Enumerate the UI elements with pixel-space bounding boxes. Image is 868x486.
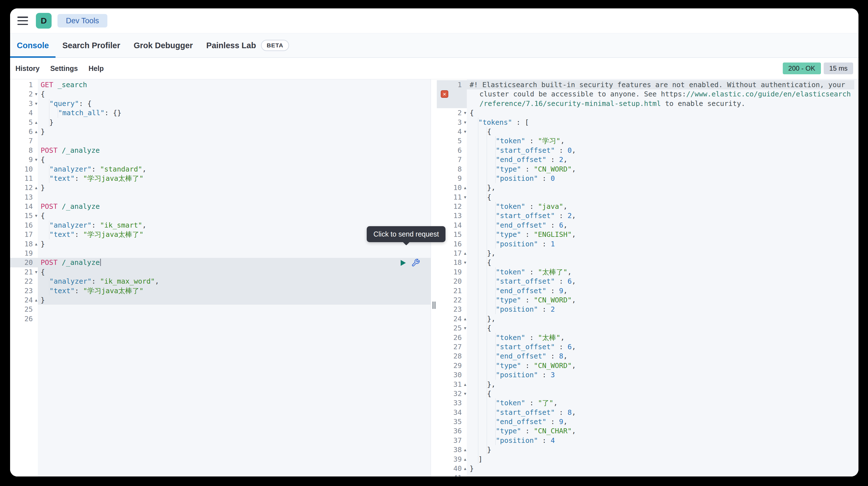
code-line[interactable]: 6▴} bbox=[10, 127, 431, 136]
line-number: 37 bbox=[437, 436, 467, 445]
code-line[interactable]: 5▴} bbox=[10, 118, 431, 127]
code-line[interactable]: 12▴} bbox=[10, 183, 431, 192]
wrench-icon bbox=[411, 258, 420, 267]
line-number: 6 bbox=[437, 146, 467, 155]
indent-guide bbox=[487, 286, 496, 295]
code-line: 39▴] bbox=[437, 455, 859, 464]
breadcrumb[interactable]: Dev Tools bbox=[58, 14, 107, 28]
tab-console[interactable]: Console bbox=[10, 33, 56, 58]
menu-icon[interactable] bbox=[18, 17, 28, 25]
code-line[interactable]: 14POST /_analyze bbox=[10, 202, 431, 211]
indent-guide bbox=[41, 108, 49, 118]
indent-guide bbox=[49, 108, 58, 118]
indent-guide bbox=[470, 417, 478, 426]
indent-guide bbox=[470, 164, 478, 174]
line-number: 17 bbox=[10, 230, 38, 239]
menu-history[interactable]: History bbox=[16, 64, 39, 73]
line-number: 23 bbox=[437, 305, 467, 314]
tab-label: Grok Debugger bbox=[134, 41, 193, 50]
menu-help[interactable]: Help bbox=[89, 64, 104, 73]
code-line[interactable]: 13 bbox=[10, 193, 431, 202]
line-number: 13 bbox=[10, 193, 38, 202]
indent-guide bbox=[478, 164, 487, 174]
code-line[interactable]: 3▾"query": { bbox=[10, 99, 431, 108]
code-line: 1#! Elasticsearch built-in security feat… bbox=[437, 80, 859, 89]
code-line: 23"position" : 2 bbox=[437, 305, 859, 314]
line-number: 12 bbox=[437, 202, 467, 211]
code-line: 22"type" : "CN_WORD", bbox=[437, 295, 859, 305]
indent-guide bbox=[487, 155, 496, 164]
line-number: 18▴ bbox=[10, 239, 38, 249]
menu-settings[interactable]: Settings bbox=[50, 64, 78, 73]
line-number: 35 bbox=[437, 417, 467, 426]
code-line[interactable]: 22"analyzer": "ik_max_word", bbox=[10, 277, 431, 286]
indent-guide bbox=[478, 398, 487, 408]
code-line[interactable]: 10"analyzer": "standard", bbox=[10, 164, 431, 174]
indent-guide bbox=[478, 239, 487, 249]
space-avatar[interactable]: D bbox=[36, 13, 52, 29]
indent-guide bbox=[470, 136, 478, 145]
code-line[interactable]: 23"text": "学习java太棒了" bbox=[10, 286, 431, 295]
code-line: cluster could be accessible to anyone. S… bbox=[437, 89, 859, 99]
code-line: 5"token" : "学习", bbox=[437, 136, 859, 145]
line-number: 18▾ bbox=[437, 258, 467, 267]
line-number: 13 bbox=[437, 211, 467, 220]
console-split-view: Click to send request 1GET _search2▾{3▾"… bbox=[10, 79, 859, 477]
indent-guide bbox=[41, 286, 49, 295]
indent-guide bbox=[478, 258, 487, 267]
indent-guide bbox=[470, 193, 478, 202]
indent-guide bbox=[41, 99, 49, 108]
line-number bbox=[437, 99, 467, 108]
code-line[interactable]: 19 bbox=[10, 249, 431, 258]
code-line[interactable]: 4"match_all": {} bbox=[10, 108, 431, 118]
tab-search-profiler[interactable]: Search Profiler bbox=[56, 33, 127, 58]
tab-grok-debugger[interactable]: Grok Debugger bbox=[127, 33, 199, 58]
indent-guide bbox=[478, 174, 487, 183]
indent-guide bbox=[478, 352, 487, 361]
indent-guide bbox=[470, 267, 478, 277]
code-line[interactable]: 21▾{ bbox=[10, 267, 431, 277]
indent-guide bbox=[478, 426, 487, 435]
code-line[interactable]: 25 bbox=[10, 305, 431, 314]
indent-guide bbox=[478, 342, 487, 352]
send-request-button[interactable] bbox=[399, 259, 407, 267]
indent-guide bbox=[470, 155, 478, 164]
indent-guide bbox=[470, 221, 478, 230]
indent-guide bbox=[478, 221, 487, 230]
code-line: 41 bbox=[437, 473, 859, 477]
code-line: 8"type" : "CN_WORD", bbox=[437, 164, 859, 174]
code-line[interactable]: 7 bbox=[10, 136, 431, 145]
code-line[interactable]: 26 bbox=[10, 314, 431, 323]
line-number: 33 bbox=[437, 398, 467, 408]
status-code-badge: 200 - OK bbox=[783, 63, 821, 74]
code-line[interactable]: 9▾{ bbox=[10, 155, 431, 164]
code-line: 40▴} bbox=[437, 464, 859, 473]
line-number: 19 bbox=[10, 249, 38, 258]
code-line[interactable]: 2▾{ bbox=[10, 89, 431, 99]
line-number: 2▾ bbox=[437, 108, 467, 118]
request-options-button[interactable] bbox=[411, 258, 420, 267]
code-line[interactable]: 1GET _search bbox=[10, 80, 431, 89]
code-line: 20"start_offset" : 6, bbox=[437, 277, 859, 286]
indent-guide bbox=[478, 408, 487, 417]
indent-guide bbox=[487, 426, 496, 435]
indent-guide bbox=[470, 426, 478, 435]
code-line[interactable]: 24▴} bbox=[10, 295, 431, 305]
code-line[interactable]: 20POST /_analyze bbox=[10, 258, 431, 267]
resizer-grip-icon[interactable] bbox=[433, 301, 435, 309]
line-number: 27 bbox=[437, 342, 467, 352]
tab-label: Painless Lab bbox=[206, 41, 256, 50]
response-panel: 1#! Elasticsearch built-in security feat… bbox=[437, 79, 859, 477]
line-number: 14 bbox=[10, 202, 38, 211]
code-line[interactable]: 8POST /_analyze bbox=[10, 146, 431, 155]
line-number: 8 bbox=[10, 146, 38, 155]
code-line: 3▾"tokens" : [ bbox=[437, 118, 859, 127]
code-line[interactable]: 11"text": "学习java太棒了" bbox=[10, 174, 431, 183]
code-line: 9"position" : 0 bbox=[437, 174, 859, 183]
indent-guide bbox=[470, 455, 478, 464]
indent-guide bbox=[478, 136, 487, 145]
code-line[interactable]: 15▾{ bbox=[10, 211, 431, 220]
panel-resizer[interactable] bbox=[431, 79, 437, 477]
tab-painless-lab[interactable]: Painless LabBETA bbox=[199, 33, 296, 58]
indent-guide bbox=[478, 146, 487, 155]
